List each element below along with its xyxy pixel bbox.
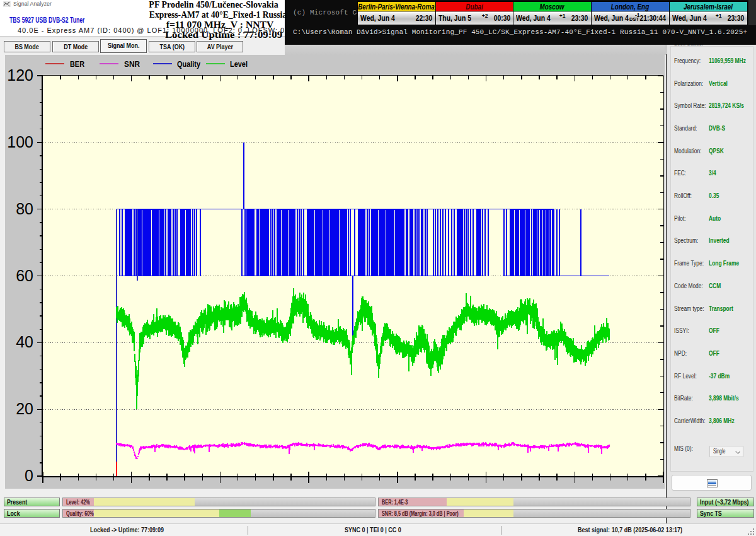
svg-text:Level: Level: [230, 59, 248, 69]
svg-text:80: 80: [16, 200, 33, 218]
svg-text:BER: BER: [70, 59, 85, 69]
svg-text:40: 40: [16, 333, 33, 351]
svg-text:60: 60: [16, 267, 33, 284]
svg-text:100: 100: [7, 133, 33, 151]
svg-text:20: 20: [16, 400, 33, 417]
svg-text:Quality: Quality: [177, 59, 201, 69]
svg-text:SNR: SNR: [124, 59, 140, 69]
svg-text:120: 120: [7, 66, 33, 84]
svg-text:0: 0: [25, 467, 33, 484]
